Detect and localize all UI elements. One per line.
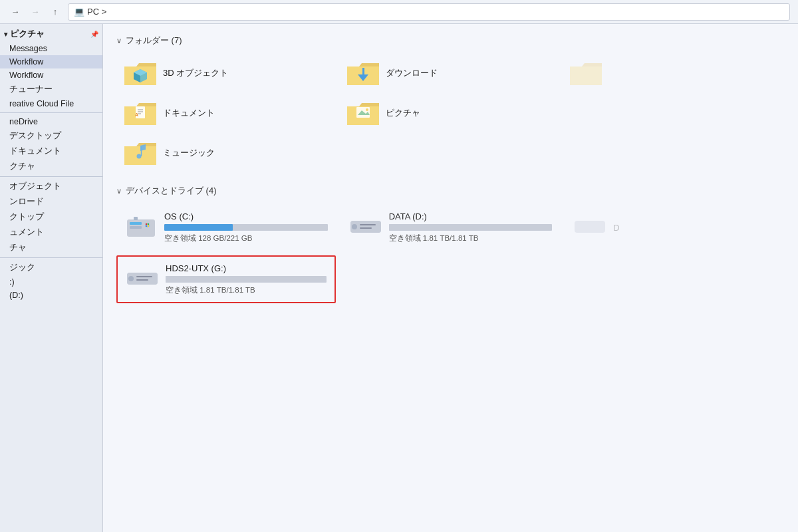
titlebar: → → ↑ 💻 PC > [0,0,798,24]
drive-c-bar-bg [164,224,328,231]
sidebar-item-music[interactable]: ジック [0,260,102,275]
up-button[interactable]: ↑ [48,5,63,19]
breadcrumb-text: PC > [87,7,106,17]
svg-rect-35 [146,225,147,227]
folder-documents-icon: A [124,100,156,126]
svg-point-39 [352,224,357,229]
content-area: ∨ フォルダー (7) [103,24,798,532]
drive-d-info: DATA (D:) 空き領域 1.81 TB/1.81 TB [389,211,553,243]
sidebar-item-onedrive[interactable]: neDrive [0,115,102,128]
back-button[interactable]: → [8,5,23,19]
svg-point-25 [137,154,142,159]
drive-g[interactable]: HDS2-UTX (G:) 空き領域 1.81 TB/1.81 TB [116,255,336,303]
sidebar-section-pictures[interactable]: ▾ ピクチャ 📌 [0,27,102,42]
drive-extra[interactable]: D [565,205,785,250]
sidebar-item-documents2[interactable]: ュメント [0,225,102,240]
drives-section-header: ∨ デバイスとドライブ (4) [116,185,785,197]
drive-c-space: 空き領域 128 GB/221 GB [164,233,328,243]
sidebar-item-tuner[interactable]: チューナー [0,82,102,97]
drive-g-bar-fill [166,276,169,283]
folder-3dobjects[interactable]: 3D オブジェクト [116,55,339,92]
sidebar: ▾ ピクチャ 📌 Messages Workflow Workflow チューナ… [0,24,103,532]
drive-extra-info: D [613,223,777,233]
folder-pictures-icon [347,100,379,126]
sidebar-divider2 [0,176,102,177]
address-bar[interactable]: 💻 PC > [68,3,790,21]
svg-rect-34 [148,223,149,225]
folders-section-header: ∨ フォルダー (7) [116,35,785,47]
chevron-icon: ▾ [4,31,7,38]
sidebar-divider3 [0,257,102,258]
svg-rect-29 [130,222,142,225]
svg-rect-36 [148,225,149,227]
svg-rect-42 [575,221,605,233]
folder-pictures-label: ピクチャ [386,107,420,119]
sidebar-item-workflow1[interactable]: Workflow [0,55,102,68]
drive-d-icon [349,214,382,241]
svg-point-45 [128,276,134,281]
drive-g-name: HDS2-UTX (G:) [166,263,327,273]
drives-chevron-icon: ∨ [116,187,122,196]
drive-g-icon [126,266,159,293]
folder-downloads-label: ダウンロード [386,67,438,79]
sidebar-item-documents[interactable]: ドキュメント [0,144,102,159]
svg-point-22 [366,108,368,111]
drive-d[interactable]: DATA (D:) 空き領域 1.81 TB/1.81 TB [341,205,561,250]
drive-c-name: OS (C:) [164,211,328,221]
sidebar-item-creative-cloud[interactable]: reative Cloud File [0,97,102,110]
drive-g-info: HDS2-UTX (G:) 空き領域 1.81 TB/1.81 TB [166,263,327,295]
sidebar-item-desktop[interactable]: デスクトップ [0,128,102,144]
drive-c-info: OS (C:) 空き領域 128 GB/221 GB [164,211,328,243]
svg-text:A: A [135,112,138,117]
drive-d-space: 空き領域 1.81 TB/1.81 TB [389,233,553,243]
svg-rect-47 [136,279,148,281]
sidebar-item-downloads[interactable]: ンロード [0,194,102,209]
folder-3dobjects-label: 3D オブジェクト [163,67,228,79]
folder-music-icon [124,140,156,166]
folder-documents[interactable]: A ドキュメント [116,94,339,132]
svg-rect-46 [136,276,152,277]
sidebar-item-messages[interactable]: Messages [0,42,102,55]
forward-button[interactable]: → [28,5,43,19]
svg-rect-33 [146,223,147,225]
folder-extra[interactable] [562,55,785,92]
drive-c-icon [124,214,158,241]
drives-header-label: デバイスとドライブ (4) [126,185,217,197]
drive-c-bar-fill [164,224,233,231]
folder-music[interactable]: ミュージック [116,134,339,172]
drive-g-bar-bg [166,276,327,283]
drive-d-name: DATA (D:) [389,211,553,221]
svg-rect-41 [360,227,372,229]
sidebar-divider [0,112,102,113]
drive-extra-icon [573,214,606,241]
svg-rect-40 [360,224,376,225]
folder-extra-icon [570,60,602,86]
sidebar-item-pictures[interactable]: クチャ [0,159,102,174]
drive-d-bar-bg [389,224,553,231]
folders-header-label: フォルダー (7) [126,35,182,47]
svg-rect-30 [130,226,142,229]
folder-music-label: ミュージック [163,147,215,159]
sidebar-item-desktop2[interactable]: クトップ [0,209,102,225]
folder-3dobjects-icon [124,60,156,86]
sidebar-item-3dobjects[interactable]: オブジェクト [0,179,102,194]
sidebar-section-label: ピクチャ [10,29,45,40]
drive-d-bar-fill [389,224,392,231]
folders-grid: 3D オブジェクト ダウンロード [116,55,785,172]
sidebar-item-ddrive[interactable]: (D:) [0,289,102,302]
sidebar-item-workflow2[interactable]: Workflow [0,68,102,82]
pin-icon: 📌 [90,31,98,38]
sidebar-item-pictures2[interactable]: チャ [0,240,102,255]
folders-chevron-icon: ∨ [116,37,122,45]
folder-documents-label: ドキュメント [163,107,215,119]
breadcrumb-icon: 💻 [74,7,84,17]
folder-pictures[interactable]: ピクチャ [339,94,562,132]
folder-downloads[interactable]: ダウンロード [339,55,562,92]
drive-g-space: 空き領域 1.81 TB/1.81 TB [166,285,327,295]
drives-grid: OS (C:) 空き領域 128 GB/221 GB [116,205,785,303]
svg-rect-31 [134,217,138,220]
svg-marker-10 [570,66,602,85]
sidebar-item-cdrive[interactable]: :) [0,275,102,289]
folder-downloads-icon [347,60,379,86]
drive-c[interactable]: OS (C:) 空き領域 128 GB/221 GB [116,205,336,250]
